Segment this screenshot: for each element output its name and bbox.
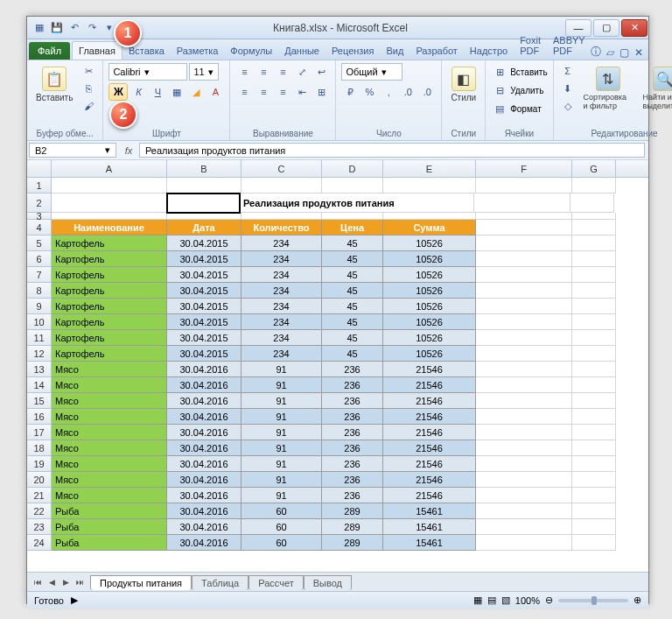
cell-price[interactable]: 236 xyxy=(322,377,383,393)
cell[interactable] xyxy=(572,330,616,346)
cell-date[interactable]: 30.04.2016 xyxy=(167,393,242,409)
col-header-A[interactable]: A xyxy=(52,160,167,177)
cell[interactable] xyxy=(572,409,616,425)
cell-name[interactable]: Рыба xyxy=(52,519,167,535)
fill-color-icon[interactable]: ◢ xyxy=(187,84,205,100)
col-header-F[interactable]: F xyxy=(476,160,572,177)
cell[interactable] xyxy=(383,178,476,193)
copy-icon[interactable]: ⎘ xyxy=(80,81,97,96)
cell[interactable] xyxy=(474,193,570,213)
tab-view[interactable]: Вид xyxy=(380,42,410,60)
cell-date[interactable]: 30.04.2016 xyxy=(167,440,242,456)
tab-developer[interactable]: Разработ xyxy=(410,42,463,60)
cell-sum[interactable]: 10526 xyxy=(383,299,476,314)
row-header[interactable]: 19 xyxy=(27,456,52,472)
cell-date[interactable]: 30.04.2015 xyxy=(167,283,242,299)
percent-icon[interactable]: % xyxy=(360,84,378,100)
cell-name[interactable]: Мясо xyxy=(52,456,167,472)
cell[interactable] xyxy=(572,377,616,393)
cell-sum[interactable]: 10526 xyxy=(383,236,476,251)
cell-qty[interactable]: 91 xyxy=(242,425,322,440)
cell[interactable] xyxy=(167,178,242,193)
cell-date[interactable]: 30.04.2016 xyxy=(167,425,242,440)
sheet-nav-prev-icon[interactable]: ◀ xyxy=(45,575,59,589)
cell[interactable] xyxy=(476,425,572,440)
tab-layout[interactable]: Разметка xyxy=(171,42,225,60)
cell-name[interactable]: Мясо xyxy=(52,377,167,393)
view-layout-icon[interactable]: ▤ xyxy=(487,594,496,606)
cell[interactable] xyxy=(572,362,616,377)
cell-qty[interactable]: 91 xyxy=(242,488,322,503)
cell-qty[interactable]: 91 xyxy=(242,377,322,393)
clear-icon[interactable]: ◇ xyxy=(559,98,577,114)
cell-price[interactable]: 236 xyxy=(322,440,383,456)
cell[interactable] xyxy=(572,519,616,535)
title-cell[interactable]: Реализация продуктов питания xyxy=(240,193,474,213)
cell-price[interactable]: 45 xyxy=(322,314,383,330)
cell-date[interactable]: 30.04.2016 xyxy=(167,456,242,472)
cell[interactable] xyxy=(572,220,616,236)
zoom-thumb[interactable] xyxy=(592,596,597,605)
indent-dec-icon[interactable]: ⇤ xyxy=(293,84,311,100)
col-header-C[interactable]: C xyxy=(242,160,322,177)
cell-date[interactable]: 30.04.2016 xyxy=(167,488,242,503)
cell[interactable] xyxy=(476,283,572,299)
cell-qty[interactable]: 234 xyxy=(242,346,322,362)
font-name-combo[interactable]: Calibri▾ xyxy=(108,63,187,81)
cell[interactable] xyxy=(572,456,616,472)
cell[interactable] xyxy=(572,267,616,283)
cell-price[interactable]: 236 xyxy=(322,362,383,377)
cell[interactable] xyxy=(242,213,322,220)
row-header[interactable]: 14 xyxy=(27,377,52,393)
cell-date[interactable]: 30.04.2015 xyxy=(167,267,242,283)
cell[interactable] xyxy=(476,346,572,362)
cut-icon[interactable]: ✂ xyxy=(80,63,97,79)
cell[interactable] xyxy=(572,314,616,330)
format-painter-icon[interactable]: 🖌 xyxy=(80,98,97,114)
row-header[interactable]: 16 xyxy=(27,409,52,425)
cell[interactable] xyxy=(167,213,242,220)
wrap-text-icon[interactable]: ↩ xyxy=(312,64,330,80)
cell-sum[interactable]: 21546 xyxy=(383,393,476,409)
table-header[interactable]: Количество xyxy=(242,220,322,236)
cell-date[interactable]: 30.04.2015 xyxy=(167,314,242,330)
undo-icon[interactable]: ↶ xyxy=(67,21,81,35)
currency-icon[interactable]: ₽ xyxy=(341,84,359,100)
sheet-tab-active[interactable]: Продукты питания xyxy=(90,575,192,590)
cell-price[interactable]: 289 xyxy=(322,535,383,551)
cell[interactable] xyxy=(476,213,572,220)
row-header[interactable]: 4 xyxy=(27,220,52,236)
cell-date[interactable]: 30.04.2015 xyxy=(167,251,242,267)
cell-date[interactable]: 30.04.2015 xyxy=(167,236,242,251)
table-header[interactable]: Сумма xyxy=(383,220,476,236)
sheet-nav-next-icon[interactable]: ▶ xyxy=(59,575,73,589)
row-header[interactable]: 8 xyxy=(27,283,52,299)
cells-insert-button[interactable]: ⊞Вставить xyxy=(491,63,547,81)
cells-delete-button[interactable]: ⊟Удалить xyxy=(491,81,543,99)
orientation-icon[interactable]: ⤢ xyxy=(293,64,311,80)
tab-addins[interactable]: Надстро xyxy=(464,42,514,60)
cell-price[interactable]: 45 xyxy=(322,330,383,346)
align-center-icon[interactable]: ≡ xyxy=(255,84,272,100)
cell-date[interactable]: 30.04.2015 xyxy=(167,330,242,346)
macro-record-icon[interactable]: ▶ xyxy=(71,594,78,606)
cell-name[interactable]: Картофель xyxy=(52,330,167,346)
styles-button[interactable]: ◧ Стили xyxy=(447,63,480,106)
cell-price[interactable]: 45 xyxy=(322,236,383,251)
cell[interactable] xyxy=(572,213,616,220)
col-header-E[interactable]: E xyxy=(383,160,476,177)
cell[interactable] xyxy=(572,535,616,551)
cell-name[interactable]: Картофель xyxy=(52,236,167,251)
cell[interactable] xyxy=(476,314,572,330)
align-bottom-icon[interactable]: ≡ xyxy=(274,64,291,80)
cell[interactable] xyxy=(242,178,322,193)
cell-date[interactable]: 30.04.2016 xyxy=(167,503,242,519)
cell-qty[interactable]: 234 xyxy=(242,251,322,267)
cell[interactable] xyxy=(476,377,572,393)
cells-format-button[interactable]: ▤Формат xyxy=(491,100,542,117)
row-header[interactable]: 3 xyxy=(27,213,52,220)
sheet-tab-3[interactable]: Рассчет xyxy=(248,575,304,590)
decimal-inc-icon[interactable]: .0 xyxy=(399,84,416,100)
align-top-icon[interactable]: ≡ xyxy=(235,64,253,80)
decimal-dec-icon[interactable]: .0 xyxy=(418,84,436,100)
